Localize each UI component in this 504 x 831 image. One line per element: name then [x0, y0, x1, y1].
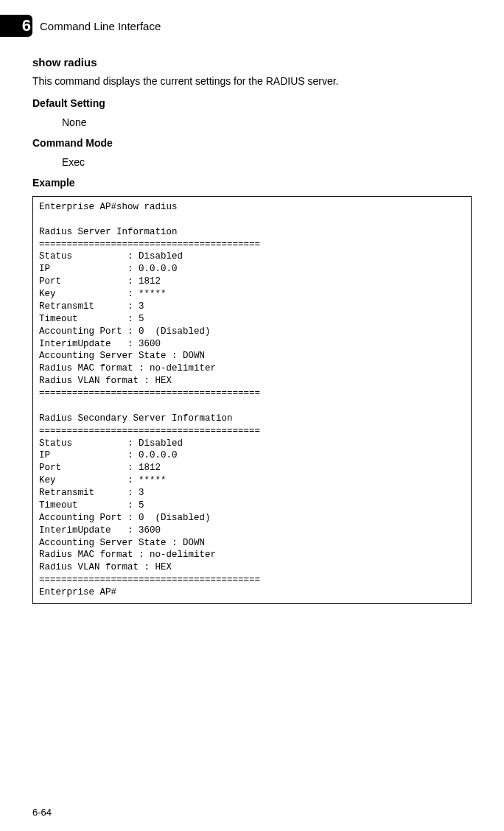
command-name: show radius	[32, 56, 472, 69]
command-mode-value: Exec	[62, 156, 472, 168]
command-mode-label: Command Mode	[32, 137, 472, 149]
terminal-output: Enterprise AP#show radius Radius Server …	[32, 196, 472, 604]
default-setting-value: None	[62, 116, 472, 128]
chapter-title: Command Line Interface	[40, 20, 161, 32]
example-label: Example	[32, 177, 472, 189]
page-header: 6 Command Line Interface	[32, 15, 472, 37]
page-number: 6-64	[32, 807, 52, 818]
default-setting-label: Default Setting	[32, 97, 472, 109]
chapter-number-badge: 6	[0, 15, 32, 37]
command-description: This command displays the current settin…	[32, 74, 472, 88]
